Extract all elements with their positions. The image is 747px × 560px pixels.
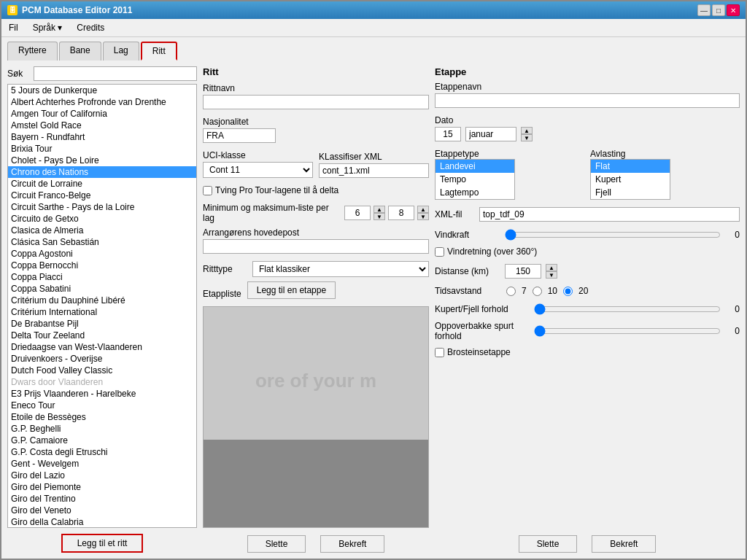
dato-day-input[interactable] (435, 127, 461, 141)
list-item-disabled[interactable]: Dwars door Vlaanderen (8, 376, 196, 388)
race-list[interactable]: 5 Jours de Dunkerque Albert Achterhes Pr… (7, 84, 197, 528)
list-item[interactable]: Druivenkoers - Overijse (8, 353, 196, 365)
list-item[interactable]: Clásica San Sebastián (8, 236, 196, 248)
max-down-button[interactable]: ▼ (417, 213, 429, 220)
menu-fil[interactable]: Fil (6, 21, 21, 34)
add-race-button[interactable]: Legg til et ritt (61, 534, 144, 553)
list-item[interactable]: Coppa Bernocchi (8, 260, 196, 271)
avlasting-field: Avlasting Flat Kupert Fjell (590, 149, 740, 200)
minimize-button[interactable]: — (697, 4, 711, 16)
list-item[interactable]: G.P. Camaiore (8, 435, 196, 446)
ritt-bekreft-button[interactable]: Bekreft (320, 535, 384, 553)
list-item-selected[interactable]: Chrono des Nations (8, 166, 196, 178)
avlasting-flat[interactable]: Flat (591, 160, 670, 173)
max-input[interactable] (388, 206, 414, 220)
search-input[interactable] (34, 66, 197, 81)
list-item[interactable]: Bayern - Rundfahrt (8, 131, 196, 143)
etappetype-lagtempo[interactable]: Lagtempo (436, 186, 514, 199)
ritttype-dropdown[interactable]: Flat klassiker (252, 261, 429, 277)
tab-ritt[interactable]: Ritt (141, 42, 177, 61)
brostein-checkbox-row: Brosteinsetappe (435, 347, 740, 357)
etappe-slette-button[interactable]: Slette (519, 535, 578, 553)
list-item[interactable]: Clasica de Almeria (8, 225, 196, 236)
list-item[interactable]: Giro del Trentino (8, 493, 196, 505)
avlasting-kupert[interactable]: Kupert (591, 173, 670, 186)
avlasting-fjell[interactable]: Fjell (591, 186, 670, 199)
list-item[interactable]: Critérium du Dauphiné Libéré (8, 295, 196, 306)
list-item[interactable]: Eneco Tour (8, 400, 196, 411)
list-item[interactable]: Giro del Veneto (8, 505, 196, 516)
list-item[interactable]: Giro del Lazio (8, 470, 196, 481)
list-item[interactable]: 5 Jours de Dunkerque (8, 85, 196, 96)
rittnavn-input[interactable] (203, 95, 429, 109)
distanse-down-button[interactable]: ▼ (546, 271, 557, 279)
etappenavn-input[interactable] (435, 93, 740, 108)
tidsavstand-7-label: 7 (522, 286, 527, 296)
klassifiser-input[interactable] (319, 163, 429, 178)
tab-ryttere[interactable]: Ryttere (7, 42, 58, 61)
list-item[interactable]: Giro del Piemonte (8, 481, 196, 493)
vindretning-checkbox[interactable] (435, 247, 444, 257)
list-item[interactable]: Coppa Sabatini (8, 283, 196, 295)
list-item[interactable]: Circuito de Getxo (8, 213, 196, 225)
list-item[interactable]: G.P. Costa degli Etruschi (8, 446, 196, 458)
list-item[interactable]: Circuit Sarthe - Pays de la Loire (8, 201, 196, 213)
list-item[interactable]: Circuit de Lorraine (8, 178, 196, 190)
legg-til-etappe-button[interactable]: Legg til en etappe (247, 281, 336, 299)
list-item[interactable]: Dutch Food Valley Classic (8, 365, 196, 376)
brostein-checkbox[interactable] (435, 348, 444, 357)
tidsavstand-10-radio[interactable] (533, 287, 542, 296)
menu-credits[interactable]: Credits (74, 21, 107, 34)
etappetype-tempo[interactable]: Tempo (436, 173, 514, 186)
tab-bane[interactable]: Bane (59, 42, 101, 61)
menu-sprak[interactable]: Språk ▾ (30, 21, 66, 34)
uci-dropdown[interactable]: Cont 11 (203, 162, 313, 178)
tab-lag[interactable]: Lag (103, 42, 139, 61)
list-item[interactable]: E3 Prijs Vlaanderen - Harelbeke (8, 388, 196, 400)
list-item[interactable]: Circuit Franco-Belge (8, 190, 196, 201)
list-item[interactable]: Driedaagse van West-Vlaanderen (8, 341, 196, 353)
arrangor-input[interactable] (203, 239, 429, 254)
list-item[interactable]: Giro della Calabria (8, 516, 196, 528)
dato-month-input[interactable] (465, 127, 516, 141)
dato-spinners: ▲ ▼ (521, 127, 533, 141)
vindkraft-slider[interactable] (505, 229, 721, 241)
list-item[interactable]: Amstel Gold Race (8, 120, 196, 131)
dato-down-button[interactable]: ▼ (521, 134, 533, 141)
min-input[interactable] (344, 206, 371, 220)
min-down-button[interactable]: ▼ (374, 213, 385, 220)
dato-up-button[interactable]: ▲ (521, 127, 533, 134)
kupert-slider[interactable] (534, 303, 721, 315)
tving-checkbox[interactable] (203, 186, 212, 195)
etappetype-landevei[interactable]: Landevei (436, 160, 514, 173)
list-item[interactable]: Cholet - Pays De Loire (8, 155, 196, 166)
oppoverbakke-slider[interactable] (534, 325, 721, 337)
list-item[interactable]: Brixia Tour (8, 143, 196, 155)
list-item[interactable]: G.P. Beghelli (8, 423, 196, 435)
tidsavstand-20-radio[interactable] (563, 287, 573, 296)
distanse-row: Distanse (km) ▲ ▼ (435, 264, 740, 279)
close-button[interactable]: ✕ (727, 4, 740, 16)
list-item[interactable]: Coppa Agostoni (8, 248, 196, 260)
ritt-slette-button[interactable]: Slette (247, 535, 306, 553)
window-controls: — □ ✕ (697, 4, 740, 16)
list-item[interactable]: Gent - Wevelgem (8, 458, 196, 470)
list-item[interactable]: Coppa Piacci (8, 271, 196, 283)
list-item[interactable]: Amgen Tour of California (8, 108, 196, 120)
tidsavstand-7-radio[interactable] (506, 287, 516, 296)
distanse-up-button[interactable]: ▲ (546, 264, 557, 271)
list-item[interactable]: Albert Achterhes Profronde van Drenthe (8, 96, 196, 108)
list-item[interactable]: Etoile de Bessèges (8, 411, 196, 423)
nasjonalitet-input[interactable] (203, 128, 276, 143)
min-up-button[interactable]: ▲ (374, 206, 385, 213)
tving-checkbox-row: Tving Pro Tour-lagene til å delta (203, 185, 429, 195)
list-item[interactable]: Critérium International (8, 306, 196, 318)
maximize-button[interactable]: □ (712, 4, 725, 16)
xml-input[interactable] (479, 207, 740, 222)
list-item[interactable]: De Brabantse Pijl (8, 318, 196, 330)
etappe-bekreft-button[interactable]: Bekreft (592, 535, 656, 553)
min-max-row: Minimum og maksimum-liste per lag ▲ ▼ ▲ … (203, 203, 429, 223)
list-item[interactable]: Delta Tour Zeeland (8, 330, 196, 341)
max-up-button[interactable]: ▲ (417, 206, 429, 213)
distanse-input[interactable] (505, 264, 541, 279)
